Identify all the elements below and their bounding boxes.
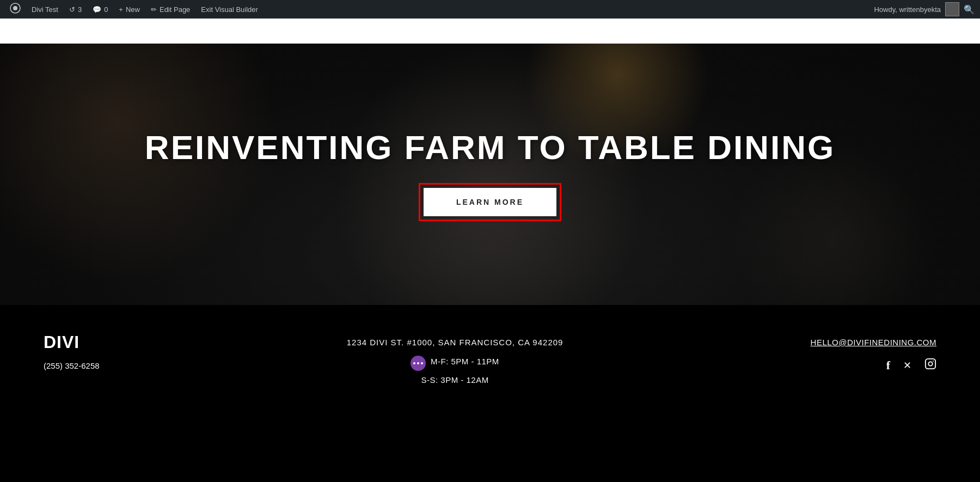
hero-section: REINVENTING FARM TO TABLE DINING LEARN M…: [0, 44, 980, 305]
footer-hour-weekend: S-S: 3PM - 12AM: [421, 375, 488, 385]
howdy-text: Howdy, writtenbyekta: [874, 5, 941, 14]
footer-center: 1234 DIVI ST. #1000, SAN FRANCISCO, CA 9…: [347, 338, 564, 385]
hero-content: REINVENTING FARM TO TABLE DINING LEARN M…: [145, 128, 835, 221]
learn-more-highlight: LEARN MORE: [419, 183, 561, 221]
footer-left: DIVI (255) 352-6258: [44, 332, 100, 370]
wp-logo-button[interactable]: [5, 0, 25, 19]
revisions-count: 3: [78, 5, 82, 14]
comments-icon: 💬: [93, 5, 101, 14]
site-name-button[interactable]: Divi Test: [27, 0, 63, 19]
search-icon[interactable]: 🔍: [964, 4, 975, 15]
exit-visual-builder-button[interactable]: Exit Visual Builder: [197, 0, 262, 19]
footer-hour-weekday: M-F: 5PM - 11PM: [411, 356, 499, 371]
exit-builder-label: Exit Visual Builder: [201, 5, 258, 14]
footer-email[interactable]: HELLO@DIVIFINEDINING.COM: [811, 338, 936, 347]
footer-phone: (255) 352-6258: [44, 361, 100, 370]
svg-point-3: [928, 362, 932, 365]
svg-rect-2: [926, 359, 935, 369]
user-avatar[interactable]: [945, 2, 959, 16]
admin-bar-right: Howdy, writtenbyekta 🔍: [874, 2, 975, 16]
learn-more-button[interactable]: LEARN MORE: [424, 188, 556, 216]
wordpress-icon: [10, 3, 21, 16]
footer-hours: M-F: 5PM - 11PM S-S: 3PM - 12AM: [411, 356, 499, 385]
svg-point-4: [933, 361, 934, 362]
hour-weekday-text: M-F: 5PM - 11PM: [431, 357, 499, 366]
facebook-icon[interactable]: f: [886, 358, 890, 373]
site-name-label: Divi Test: [32, 5, 58, 14]
revisions-button[interactable]: ↺ 3: [65, 0, 86, 19]
hero-title: REINVENTING FARM TO TABLE DINING: [145, 128, 835, 167]
comments-count: 0: [104, 5, 108, 14]
new-label: New: [126, 5, 140, 14]
footer-section: DIVI (255) 352-6258 1234 DIVI ST. #1000,…: [0, 305, 980, 482]
plus-icon: +: [119, 5, 123, 14]
footer-right: HELLO@DIVIFINEDINING.COM f ✕: [811, 338, 936, 373]
revisions-icon: ↺: [69, 5, 75, 14]
white-bar: [0, 19, 980, 44]
edit-page-button[interactable]: ✏ Edit Page: [146, 0, 194, 19]
footer-logo: DIVI: [44, 332, 100, 352]
new-button[interactable]: + New: [114, 0, 144, 19]
dots-indicator-inline: [411, 356, 426, 371]
admin-bar: Divi Test ↺ 3 💬 0 + New ✏ Edit Page Exit…: [0, 0, 980, 19]
edit-icon: ✏: [151, 5, 157, 14]
footer-address: 1234 DIVI ST. #1000, SAN FRANCISCO, CA 9…: [347, 338, 564, 347]
twitter-x-icon[interactable]: ✕: [903, 359, 911, 371]
edit-page-label: Edit Page: [160, 5, 190, 14]
comments-button[interactable]: 💬 0: [88, 0, 112, 19]
svg-point-1: [13, 6, 17, 10]
instagram-icon[interactable]: [924, 358, 936, 373]
footer-social: f ✕: [886, 358, 936, 373]
